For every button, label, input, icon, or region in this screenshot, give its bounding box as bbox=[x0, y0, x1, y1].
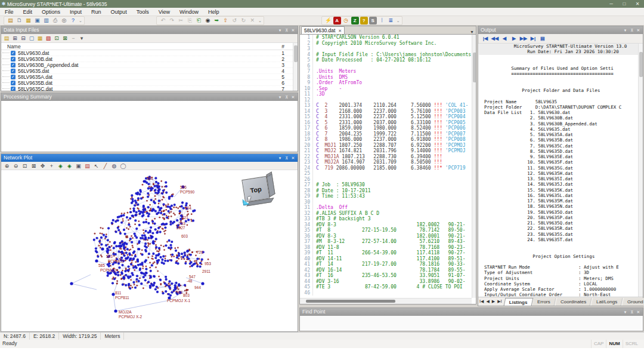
editor-hscrollbar[interactable] bbox=[300, 298, 472, 304]
file-checkbox[interactable]: ✓ bbox=[11, 69, 16, 73]
minimize-button[interactable]: ─ bbox=[605, 0, 618, 8]
output-tab-coordinates[interactable]: Coordinates bbox=[556, 298, 592, 306]
file-list-scrollbar[interactable] bbox=[293, 43, 298, 91]
file-row[interactable]: ✓58LV9630B_Appended.dat3 bbox=[1, 62, 293, 68]
file-row[interactable]: ✓56LV9635.dat4 bbox=[1, 68, 293, 74]
menu-view[interactable]: View bbox=[154, 8, 175, 16]
view-cube-top-face[interactable]: Top bbox=[242, 176, 270, 202]
output-tab-latlongs[interactable]: Lat/Longs bbox=[592, 298, 623, 306]
output-body[interactable]: MicroSurvey STAR*NET-Ultimate Version 13… bbox=[479, 44, 638, 297]
panel-dropdown-icon[interactable]: ▾ bbox=[622, 26, 628, 34]
move-up-icon[interactable]: ⊡ bbox=[53, 35, 60, 42]
editor-vscrollbar[interactable] bbox=[472, 35, 476, 298]
print-icon[interactable]: ⎙ bbox=[51, 17, 59, 24]
close-button[interactable]: ✕ bbox=[631, 0, 644, 8]
network-plot-canvas[interactable]: 581586PCP5909040217532027603726953291154… bbox=[1, 170, 298, 331]
menu-input[interactable]: Input bbox=[65, 8, 86, 16]
panel-pin-icon[interactable]: ⊼ bbox=[283, 93, 290, 101]
list-dropdown-icon[interactable]: ▾ bbox=[78, 35, 85, 42]
panel-dropdown-icon[interactable]: ▾ bbox=[277, 93, 283, 101]
panel-close-icon[interactable]: ✕ bbox=[635, 26, 642, 34]
ground-icon[interactable]: S bbox=[369, 17, 377, 24]
file-row[interactable]: ✓58LV9630B.dat2 bbox=[1, 56, 293, 62]
coords-icon[interactable]: ? bbox=[360, 17, 368, 24]
sphere-icon[interactable]: ◯ bbox=[119, 162, 127, 170]
new-file-icon[interactable]: 🗋 bbox=[16, 17, 23, 24]
menu-file[interactable]: File bbox=[0, 8, 18, 16]
edit-file-icon[interactable]: ▢ bbox=[28, 35, 35, 42]
next-view-icon[interactable]: ◈ bbox=[66, 162, 73, 170]
panel-pin-icon[interactable]: ⊼ bbox=[628, 308, 635, 316]
file-checkbox[interactable]: ✓ bbox=[11, 63, 16, 67]
panel-close-icon[interactable]: ✕ bbox=[290, 26, 296, 34]
output-nav-icon-0[interactable]: |◀ bbox=[481, 35, 490, 42]
view-cube[interactable]: East Top bbox=[240, 171, 277, 207]
panel-pin-icon[interactable]: ⊼ bbox=[283, 26, 290, 34]
prev-view-icon[interactable]: ◈ bbox=[57, 162, 64, 170]
output-nav-icon-1[interactable]: ◀◀ bbox=[491, 35, 499, 42]
listing-icon[interactable]: Z bbox=[351, 17, 359, 24]
maximize-button[interactable]: □ bbox=[618, 0, 631, 8]
find-point-body[interactable] bbox=[300, 316, 643, 331]
find-icon[interactable]: ◉ bbox=[204, 17, 212, 24]
pointer-icon[interactable]: ↖ bbox=[92, 162, 100, 170]
menu-tools[interactable]: Tools bbox=[132, 8, 154, 16]
panel-dropdown-icon[interactable]: ▾ bbox=[277, 26, 283, 34]
zoom-out-icon[interactable]: ⊖ bbox=[12, 162, 20, 170]
zoom-window-icon[interactable]: ⊡ bbox=[21, 162, 29, 170]
zoom-in-icon[interactable]: ⊕ bbox=[3, 162, 11, 170]
pan-icon[interactable]: ✥ bbox=[39, 162, 47, 170]
output-tab-listings[interactable]: Listings bbox=[503, 298, 532, 306]
menu-output[interactable]: Output bbox=[106, 8, 132, 16]
file-checkbox[interactable]: ✓ bbox=[11, 87, 16, 91]
output-tab-nav-0[interactable]: Ⅰ◀ bbox=[478, 299, 485, 304]
tab-close-icon[interactable]: ✕ bbox=[338, 27, 342, 34]
inverse-icon[interactable]: ╱ bbox=[101, 162, 109, 170]
output-tab-errors[interactable]: Errors bbox=[532, 298, 556, 306]
output-nav-icon-3[interactable]: ▶ bbox=[510, 35, 518, 42]
panel-close-icon[interactable]: ✕ bbox=[635, 308, 642, 316]
output-nav-icon-5[interactable]: ▶| bbox=[529, 35, 537, 42]
center-icon[interactable]: + bbox=[48, 162, 55, 170]
upload-icon[interactable]: ⇧ bbox=[222, 17, 230, 24]
output-tab-nav-2[interactable]: ▶ bbox=[491, 299, 496, 304]
toolbar-overflow-icon[interactable]: ⌄ bbox=[258, 19, 262, 23]
file-row[interactable]: ✓58LV9635A.dat5 bbox=[1, 74, 293, 80]
plot-icon[interactable]: ⦙ bbox=[378, 17, 386, 24]
panel-dropdown-icon[interactable]: ▾ bbox=[277, 154, 283, 162]
editor-tab[interactable]: 58LV9630.dat ✕ bbox=[301, 26, 345, 34]
panel-close-icon[interactable]: ✕ bbox=[290, 154, 296, 162]
menu-edit[interactable]: Edit bbox=[18, 8, 38, 16]
column-name[interactable]: Name bbox=[7, 43, 21, 50]
output-scrollbar[interactable] bbox=[638, 44, 643, 297]
panel-pin-icon[interactable]: ⊼ bbox=[283, 154, 290, 162]
toolbar-overflow-icon[interactable]: ⌄ bbox=[397, 19, 400, 23]
run-adjust-icon[interactable]: ⚡ bbox=[324, 17, 332, 24]
menu-window[interactable]: Window bbox=[175, 8, 203, 16]
find-next-icon[interactable]: ➥ bbox=[213, 17, 221, 24]
print-plot-icon[interactable]: ▤ bbox=[83, 162, 91, 170]
file-checkbox[interactable]: ✓ bbox=[11, 57, 16, 61]
menu-help[interactable]: Help bbox=[203, 8, 224, 16]
rotate-icon[interactable]: ◍ bbox=[110, 162, 118, 170]
save-all-icon[interactable]: ▥ bbox=[42, 17, 50, 24]
file-checkbox[interactable]: ✓ bbox=[11, 51, 16, 56]
dump-icon[interactable]: ≣ bbox=[387, 17, 395, 24]
open-data-folder-icon[interactable]: ▦ bbox=[36, 35, 44, 42]
delete-file-icon[interactable]: ▧ bbox=[45, 35, 52, 42]
snapshot-icon[interactable]: ▣ bbox=[75, 162, 82, 170]
move-down-icon[interactable]: ⊠ bbox=[61, 35, 69, 42]
panel-dropdown-icon[interactable]: ▾ bbox=[622, 308, 628, 316]
panel-close-icon[interactable]: ✕ bbox=[290, 93, 296, 101]
toolbar-overflow-icon[interactable]: ⌄ bbox=[79, 19, 82, 23]
errors-icon[interactable]: A bbox=[333, 17, 341, 24]
file-row[interactable]: ✓58LV9635B.dat6 bbox=[1, 80, 293, 86]
output-nav-icon-6[interactable]: ▤ bbox=[538, 35, 547, 42]
output-tab-nav-1[interactable]: ◀ bbox=[485, 299, 490, 304]
output-tab-nav-3[interactable]: ▶Ⅰ bbox=[496, 299, 503, 304]
save-icon[interactable]: ▣ bbox=[33, 17, 41, 24]
column-number[interactable]: # bbox=[281, 43, 284, 50]
new-project-icon[interactable]: ▤ bbox=[7, 17, 14, 24]
menu-run[interactable]: Run bbox=[86, 8, 106, 16]
new-data-file-icon[interactable]: ⊞ bbox=[11, 35, 18, 42]
